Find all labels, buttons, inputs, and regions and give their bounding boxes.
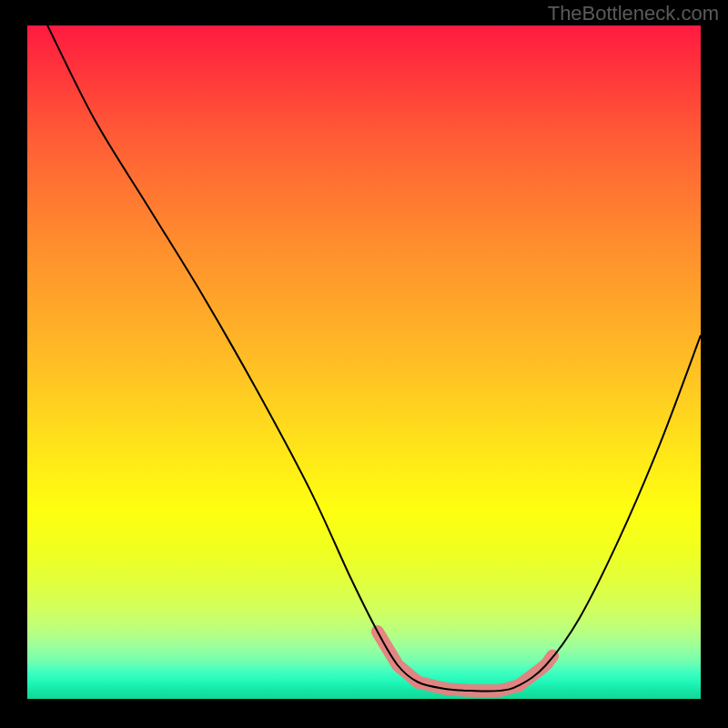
chart-svg [27,25,701,699]
chart-plot-area [27,25,701,699]
highlight-right-segment [519,656,552,686]
highlight-left-segment [378,632,418,682]
main-curve [47,25,701,692]
highlight-bottom-segment [418,682,519,692]
watermark-text: TheBottleneck.com [548,2,719,25]
